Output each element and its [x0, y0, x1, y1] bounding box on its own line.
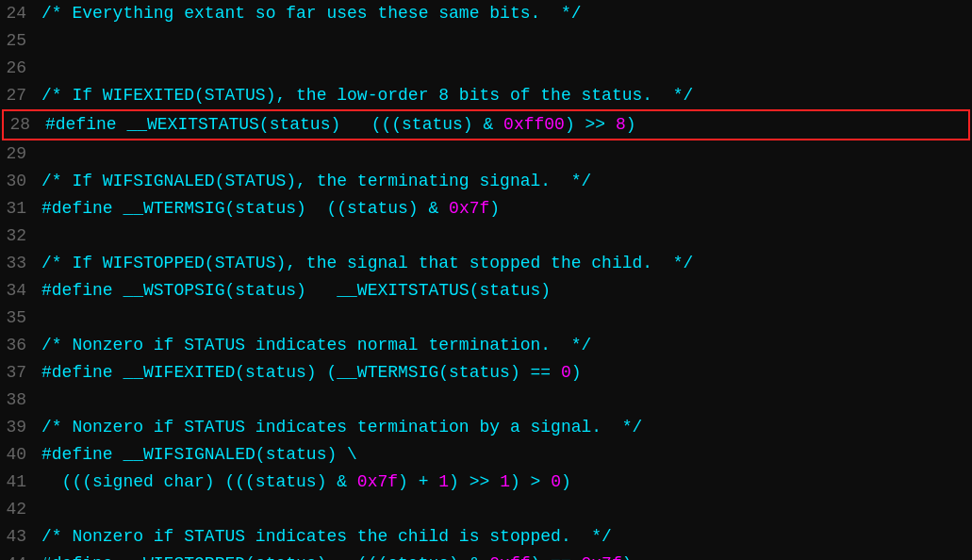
- number-value-text: 1: [500, 472, 510, 491]
- line-content: /* Nonzero if STATUS indicates normal te…: [34, 332, 972, 359]
- code-line: 38: [0, 387, 972, 414]
- comment-text: /* Nonzero if STATUS indicates normal te…: [41, 336, 591, 354]
- line-content: /* Nonzero if STATUS indicates terminati…: [34, 414, 972, 441]
- keyword-text: ) +: [398, 472, 438, 491]
- code-line: 27/* If WIFEXITED(STATUS), the low-order…: [0, 82, 972, 109]
- keyword-text: ) ==: [531, 554, 582, 560]
- code-line: 42: [0, 496, 972, 523]
- line-number: 39: [0, 414, 34, 441]
- line-number: 34: [0, 277, 34, 305]
- keyword-text: #define __WSTOPSIG(status) __WEXITSTATUS…: [41, 281, 551, 300]
- number-value-text: 0: [551, 472, 561, 491]
- code-line: 34#define __WSTOPSIG(status) __WEXITSTAT…: [0, 277, 972, 305]
- line-number: 42: [0, 496, 34, 523]
- code-line: 35: [0, 305, 972, 332]
- comment-text: /* Nonzero if STATUS indicates terminati…: [41, 418, 642, 436]
- keyword-text: #define __WIFSIGNALED(status) \: [41, 445, 357, 464]
- line-content: #define __WIFSTOPPED(status) (((status) …: [34, 551, 972, 560]
- comment-text: /* If WIFSTOPPED(STATUS), the signal tha…: [41, 254, 693, 272]
- hex-value-text: 0xff00: [503, 115, 565, 134]
- line-number: 27: [0, 82, 34, 109]
- code-line: 44#define __WIFSTOPPED(status) (((status…: [0, 551, 972, 560]
- comment-text: /* Nonzero if STATUS indicates the child…: [41, 527, 612, 546]
- code-line: 29: [0, 140, 972, 168]
- line-number: 31: [0, 195, 34, 222]
- line-number: 28: [4, 111, 38, 139]
- code-line: 26: [0, 55, 972, 82]
- line-number: 35: [0, 305, 34, 332]
- keyword-text: #define __WIFSTOPPED(status) (((status) …: [41, 554, 489, 560]
- code-line: 41 (((signed char) (((status) & 0x7f) + …: [0, 469, 972, 496]
- line-number: 37: [0, 359, 34, 387]
- hex-value-text: 0x7f: [357, 472, 398, 491]
- number-value-text: 1: [438, 472, 449, 491]
- line-number: 41: [0, 469, 34, 496]
- number-value-text: 0: [561, 363, 571, 382]
- code-line: 33/* If WIFSTOPPED(STATUS), the signal t…: [0, 250, 972, 277]
- line-content: /* If WIFSTOPPED(STATUS), the signal tha…: [34, 250, 972, 277]
- code-line: 39/* Nonzero if STATUS indicates termina…: [0, 414, 972, 441]
- line-content: /* Nonzero if STATUS indicates the child…: [34, 523, 972, 551]
- comment-text: /* If WIFEXITED(STATUS), the low-order 8…: [41, 86, 693, 105]
- line-content: /* If WIFEXITED(STATUS), the low-order 8…: [34, 82, 972, 109]
- code-line: 24/* Everything extant so far uses these…: [0, 0, 972, 27]
- keyword-text: #define __WIFEXITED(status) (__WTERMSIG(…: [41, 363, 561, 382]
- code-line: 36/* Nonzero if STATUS indicates normal …: [0, 332, 972, 359]
- line-number: 43: [0, 523, 34, 551]
- line-content: (((signed char) (((status) & 0x7f) + 1) …: [34, 469, 972, 496]
- line-content: #define __WIFEXITED(status) (__WTERMSIG(…: [34, 359, 972, 387]
- line-number: 40: [0, 441, 34, 469]
- number-value-text: 8: [616, 115, 626, 134]
- code-line: 28#define __WEXITSTATUS(status) (((statu…: [2, 109, 970, 140]
- line-content: /* Everything extant so far uses these s…: [34, 0, 972, 27]
- code-line: 31#define __WTERMSIG(status) ((status) &…: [0, 195, 972, 222]
- keyword-text: #define __WEXITSTATUS(status) (((status)…: [45, 115, 503, 134]
- line-number: 33: [0, 250, 34, 277]
- code-line: 30/* If WIFSIGNALED(STATUS), the termina…: [0, 168, 972, 195]
- hex-value-text: 0x7f: [582, 554, 622, 560]
- code-editor: 24/* Everything extant so far uses these…: [0, 0, 972, 560]
- keyword-text: ) >>: [565, 115, 616, 134]
- code-line: 32: [0, 222, 972, 250]
- line-number: 32: [0, 222, 34, 250]
- line-number: 29: [0, 140, 34, 168]
- line-number: 44: [0, 551, 34, 560]
- code-line: 37#define __WIFEXITED(status) (__WTERMSI…: [0, 359, 972, 387]
- line-number: 38: [0, 387, 34, 414]
- keyword-text: ): [571, 363, 582, 382]
- code-line: 40#define __WIFSIGNALED(status) \: [0, 441, 972, 469]
- line-content: #define __WEXITSTATUS(status) (((status)…: [38, 111, 968, 139]
- code-line: 25: [0, 27, 972, 55]
- keyword-text: ): [622, 554, 633, 560]
- keyword-text: (((signed char) (((status) &: [41, 472, 357, 491]
- line-content: #define __WIFSIGNALED(status) \: [34, 441, 972, 469]
- line-number: 26: [0, 55, 34, 82]
- line-number: 24: [0, 0, 34, 27]
- keyword-text: ) >>: [449, 472, 500, 491]
- line-number: 36: [0, 332, 34, 359]
- keyword-text: ): [489, 199, 500, 218]
- code-line: 43/* Nonzero if STATUS indicates the chi…: [0, 523, 972, 551]
- line-content: #define __WSTOPSIG(status) __WEXITSTATUS…: [34, 277, 972, 305]
- line-content: #define __WTERMSIG(status) ((status) & 0…: [34, 195, 972, 222]
- line-number: 25: [0, 27, 34, 55]
- hex-value-text: 0xff: [489, 554, 530, 560]
- keyword-text: ): [561, 472, 571, 491]
- keyword-text: #define __WTERMSIG(status) ((status) &: [41, 199, 449, 218]
- comment-text: /* Everything extant so far uses these s…: [41, 4, 582, 23]
- comment-text: /* If WIFSIGNALED(STATUS), the terminati…: [41, 172, 591, 190]
- line-content: /* If WIFSIGNALED(STATUS), the terminati…: [34, 168, 972, 195]
- keyword-text: ) >: [510, 472, 551, 491]
- hex-value-text: 0x7f: [449, 199, 489, 218]
- keyword-text: ): [626, 115, 636, 134]
- line-number: 30: [0, 168, 34, 195]
